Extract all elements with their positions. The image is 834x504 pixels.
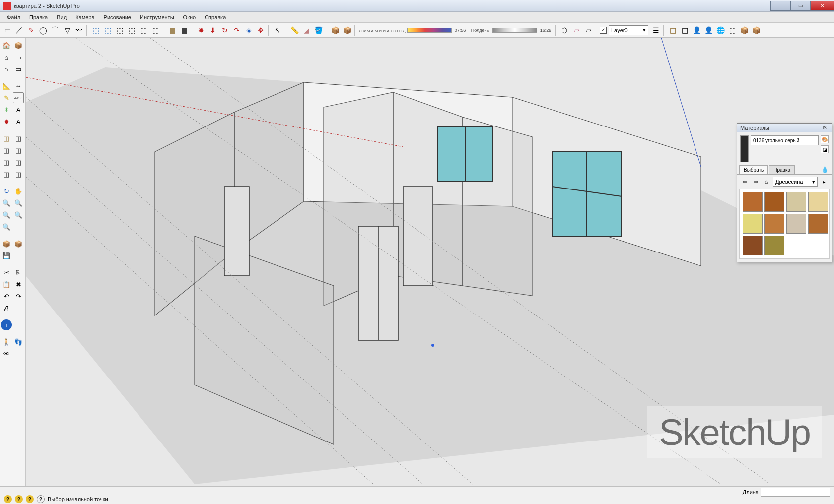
maximize-button[interactable]: ▭ bbox=[790, 1, 810, 11]
menu-tools[interactable]: Инструменты bbox=[136, 13, 178, 22]
contour-icon[interactable]: ◫ bbox=[679, 25, 690, 36]
monochrome-icon[interactable]: ▦ bbox=[179, 25, 190, 36]
copy-icon[interactable]: ⎘ bbox=[13, 267, 24, 278]
offset-tool[interactable]: ◈ bbox=[243, 25, 254, 36]
eye-tool[interactable]: 👁 bbox=[1, 348, 12, 359]
entity-info-icon[interactable]: 📦 bbox=[13, 40, 24, 51]
material-swatch[interactable] bbox=[786, 214, 806, 234]
materials-titlebar[interactable]: Материалы ☒ bbox=[737, 124, 832, 132]
info-icon[interactable]: i bbox=[1, 319, 12, 330]
sand4-icon[interactable]: ◫ bbox=[13, 145, 24, 156]
protractor-icon[interactable]: 📐 bbox=[1, 80, 12, 91]
select-tool[interactable]: ↖ bbox=[272, 25, 283, 36]
open-icon[interactable]: ▭ bbox=[13, 52, 24, 63]
prev-view-tool[interactable]: 🔍 bbox=[13, 209, 24, 220]
component-icon[interactable]: 📦 bbox=[330, 25, 341, 36]
help-icon[interactable]: ? bbox=[37, 495, 45, 503]
followme-tool[interactable]: ↷ bbox=[231, 25, 242, 36]
front-view[interactable]: ⬚ bbox=[114, 25, 125, 36]
model-info-icon[interactable]: 🏠 bbox=[1, 40, 12, 51]
warehouse-icon[interactable]: 📦 bbox=[1, 238, 12, 249]
polygon-tool[interactable]: ▽ bbox=[62, 25, 72, 36]
sand5-icon[interactable]: ◫ bbox=[1, 157, 12, 168]
freehand-tool[interactable]: 〰 bbox=[73, 25, 84, 36]
box2-icon[interactable]: 📦 bbox=[751, 25, 762, 36]
menu-camera[interactable]: Камера bbox=[71, 13, 98, 22]
delete-icon[interactable]: ✖ bbox=[13, 279, 24, 290]
section-plane-icon[interactable]: ▱ bbox=[571, 25, 582, 36]
saveas-icon[interactable]: ▭ bbox=[13, 63, 24, 74]
pushpull-tool[interactable]: ⬇ bbox=[208, 25, 218, 36]
material-swatch[interactable] bbox=[743, 236, 763, 255]
tab-edit[interactable]: Правка bbox=[769, 165, 795, 174]
material-category-dropdown[interactable]: Древесина▾ bbox=[773, 177, 818, 187]
close-button[interactable]: ✕ bbox=[810, 1, 834, 11]
plugin2-icon[interactable]: A bbox=[13, 116, 24, 127]
material-swatch[interactable] bbox=[764, 192, 784, 212]
measurement-input[interactable] bbox=[761, 488, 830, 497]
hint-icon-1[interactable]: ? bbox=[4, 495, 12, 503]
material-swatch[interactable] bbox=[743, 214, 763, 234]
sand7-icon[interactable]: ◫ bbox=[1, 169, 12, 180]
sand1-icon[interactable]: ◫ bbox=[1, 133, 12, 144]
undo-icon[interactable]: ↶ bbox=[1, 291, 12, 302]
layer-manager-icon[interactable]: ☰ bbox=[650, 25, 661, 36]
iso-view[interactable]: ⬚ bbox=[90, 25, 101, 36]
print-icon[interactable]: 🖨 bbox=[1, 303, 12, 314]
look-tool[interactable]: 👣 bbox=[13, 336, 24, 347]
position-camera-tool[interactable]: 🔍 bbox=[1, 221, 12, 232]
3dtext-icon[interactable]: A bbox=[13, 104, 24, 115]
material-swatch[interactable] bbox=[786, 192, 806, 212]
menu-window[interactable]: Окно bbox=[179, 13, 200, 22]
time-slider[interactable] bbox=[492, 28, 537, 33]
axes-icon[interactable]: ✳ bbox=[1, 104, 12, 115]
dimension-icon[interactable]: ↔ bbox=[13, 80, 24, 91]
top-view[interactable]: ⬚ bbox=[102, 25, 113, 36]
label-icon[interactable]: ABC bbox=[13, 92, 24, 103]
text-icon[interactable]: ✎ bbox=[1, 92, 12, 103]
rectangle-tool[interactable]: ▭ bbox=[2, 25, 13, 36]
menu-edit[interactable]: Правка bbox=[25, 13, 52, 22]
material-create-icon[interactable]: 🎨 bbox=[821, 135, 829, 143]
nav-home-icon[interactable]: ⌂ bbox=[762, 177, 771, 186]
minimize-button[interactable]: — bbox=[770, 1, 790, 11]
nav-menu-icon[interactable]: ▸ bbox=[820, 177, 829, 186]
menu-draw[interactable]: Рисование bbox=[100, 13, 135, 22]
zoom-tool[interactable]: 🔍 bbox=[1, 197, 12, 208]
dropper-icon[interactable]: 💧 bbox=[820, 165, 830, 174]
new-icon[interactable]: ⌂ bbox=[1, 52, 12, 63]
sand2-icon[interactable]: ◫ bbox=[13, 133, 24, 144]
menu-help[interactable]: Справка bbox=[201, 13, 230, 22]
redo-icon[interactable]: ↷ bbox=[13, 291, 24, 302]
save-icon[interactable]: ⌂ bbox=[1, 63, 12, 74]
textures-icon[interactable]: ▦ bbox=[167, 25, 178, 36]
addloc-icon[interactable]: ⬚ bbox=[727, 25, 738, 36]
stamp-icon[interactable]: 👤 bbox=[691, 25, 702, 36]
materials-close-icon[interactable]: ☒ bbox=[822, 125, 829, 131]
plugin1-icon[interactable]: ✸ bbox=[1, 116, 12, 127]
layer-dropdown[interactable]: Layer0▾ bbox=[609, 25, 648, 35]
current-material-swatch[interactable] bbox=[740, 135, 749, 162]
pan-tool[interactable]: ✋ bbox=[13, 186, 24, 196]
material-swatch[interactable] bbox=[764, 236, 784, 255]
nav-back-icon[interactable]: ⇦ bbox=[740, 177, 749, 186]
menu-file[interactable]: Файл bbox=[3, 13, 24, 22]
eraser-tool[interactable]: ◢ bbox=[301, 25, 312, 36]
sand3-icon[interactable]: ◫ bbox=[1, 145, 12, 156]
layer-visible-checkbox[interactable]: ✓ bbox=[600, 27, 607, 34]
section-cut-icon[interactable]: ▱ bbox=[583, 25, 594, 36]
material-swatch[interactable] bbox=[743, 192, 763, 212]
paint-tool[interactable]: 🪣 bbox=[313, 25, 324, 36]
sand8-icon[interactable]: ◫ bbox=[13, 169, 24, 180]
menu-view[interactable]: Вид bbox=[53, 13, 70, 22]
arc-tool[interactable]: ⌒ bbox=[50, 25, 61, 36]
cut-icon[interactable]: ✂ bbox=[1, 267, 12, 278]
share-icon[interactable]: 📦 bbox=[13, 238, 24, 249]
material-default-icon[interactable]: ◪ bbox=[821, 145, 829, 153]
pencil-tool[interactable]: ✎ bbox=[26, 25, 37, 36]
hint-icon-3[interactable]: ? bbox=[26, 495, 34, 503]
hint-icon-2[interactable]: ? bbox=[15, 495, 23, 503]
material-swatch[interactable] bbox=[808, 214, 828, 234]
savefile-icon[interactable]: 💾 bbox=[1, 250, 12, 261]
paste-icon[interactable]: 📋 bbox=[1, 279, 12, 290]
